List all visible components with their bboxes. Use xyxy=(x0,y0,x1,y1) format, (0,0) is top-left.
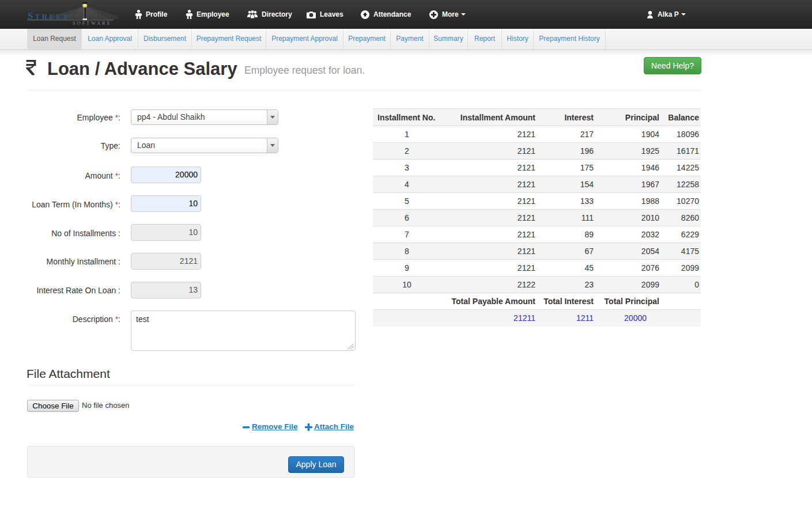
svg-text:STREET: STREET xyxy=(28,10,70,21)
svg-text:SOFTWARE: SOFTWARE xyxy=(73,21,112,26)
svg-text:LIGHT: LIGHT xyxy=(73,10,115,21)
